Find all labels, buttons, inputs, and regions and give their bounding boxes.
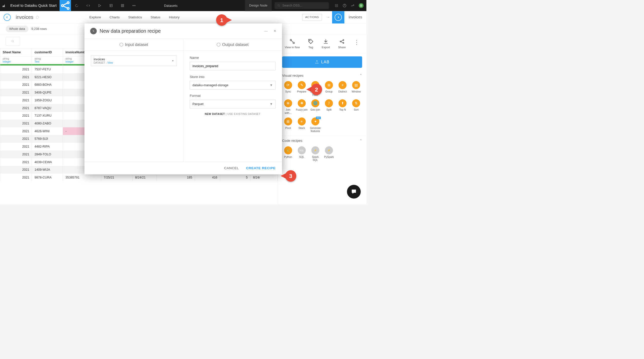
recipe-sort[interactable]: ⇅Sort bbox=[350, 99, 362, 115]
dataset-tabs: Explore Charts Statistics Status History bbox=[89, 11, 180, 23]
tab-explore[interactable]: Explore bbox=[89, 11, 101, 23]
input-dataset-header: Input dataset bbox=[125, 42, 148, 47]
recipe-group[interactable]: ⊞Group bbox=[323, 81, 335, 97]
column-type: stringInteger bbox=[0, 56, 32, 64]
tag-button[interactable]: Tag bbox=[308, 39, 314, 49]
recipe-split[interactable]: ⤴Split bbox=[323, 99, 335, 115]
input-dataset-select[interactable]: invoices DATASET - View ▼ bbox=[91, 56, 177, 66]
refresh-icon[interactable] bbox=[35, 15, 39, 19]
topbar: Excel to Dataiku Quick Start Datasets De… bbox=[0, 0, 367, 11]
arrow-right-icon[interactable]: → bbox=[326, 15, 330, 20]
new-recipe-modal: ✎ New data preparation recipe — ✕ Input … bbox=[85, 23, 282, 174]
cancel-button[interactable]: CANCEL bbox=[224, 166, 239, 170]
recipe-python[interactable]: 🐍Python bbox=[282, 146, 294, 162]
whole-data-chip[interactable]: Whole data bbox=[6, 26, 29, 32]
topbar-center-label: Datasets bbox=[97, 4, 245, 8]
recipe-top-n[interactable]: ⬆Top N bbox=[337, 99, 348, 115]
svg-point-19 bbox=[335, 6, 336, 7]
tab-statistics[interactable]: Statistics bbox=[128, 11, 142, 23]
svg-point-26 bbox=[309, 40, 310, 41]
column-header[interactable]: Sheet Name bbox=[0, 49, 32, 56]
svg-point-0 bbox=[61, 5, 63, 7]
svg-point-15 bbox=[337, 4, 338, 5]
tab-status[interactable]: Status bbox=[151, 11, 160, 23]
recipe-spark-sql[interactable]: ⚡Spark SQL bbox=[309, 146, 321, 162]
recipe-fuzzy-join[interactable]: ❋Fuzzy join bbox=[296, 99, 308, 115]
store-label: Store into bbox=[190, 75, 275, 79]
dataiku-logo[interactable] bbox=[0, 4, 8, 8]
share-button[interactable]: Share bbox=[338, 39, 346, 49]
recipe-geo-join[interactable]: 🌐Geo join bbox=[309, 99, 321, 115]
code-recipes-header[interactable]: Code recipes⌃ bbox=[282, 139, 362, 143]
flask-icon bbox=[315, 60, 319, 64]
visual-recipes-header[interactable]: Visual recipes⌃ bbox=[282, 73, 362, 77]
store-into-select[interactable]: dataiku-managed-storage▼ bbox=[190, 81, 275, 89]
recipe-window[interactable]: ▤Window bbox=[350, 81, 362, 97]
name-label: Name bbox=[190, 56, 275, 60]
input-circle-icon bbox=[119, 43, 123, 47]
flow-back-icon[interactable] bbox=[0, 14, 14, 21]
svg-point-16 bbox=[335, 5, 336, 6]
search-input[interactable] bbox=[282, 4, 326, 8]
row-count: 9,238 rows bbox=[31, 27, 47, 31]
global-search[interactable] bbox=[274, 2, 329, 9]
svg-point-27 bbox=[340, 41, 341, 42]
avatar[interactable]: D bbox=[359, 3, 364, 8]
table-row[interactable]: 2021 9878-CURA 35385791 7/25/21 8/24/21 … bbox=[0, 174, 277, 182]
more-actions-icon[interactable]: ⋮ bbox=[354, 39, 359, 49]
input-dataset-value: invoices bbox=[94, 58, 113, 61]
code-icon[interactable] bbox=[83, 4, 94, 8]
recipe-generate-features[interactable]: ✦NewGenerate features bbox=[309, 117, 321, 133]
recipe-prepare[interactable]: ✎Prepare bbox=[296, 81, 308, 97]
actions-button[interactable]: ACTIONS bbox=[302, 14, 322, 21]
svg-point-20 bbox=[336, 6, 337, 7]
recipe-sync[interactable]: ⟳Sync bbox=[282, 81, 294, 97]
create-recipe-button[interactable]: CREATE RECIPE bbox=[246, 166, 275, 170]
recipe-pyspark[interactable]: ⚡PySpark bbox=[323, 146, 335, 162]
apps-icon[interactable] bbox=[335, 4, 338, 8]
recipe-join-with-[interactable]: ⊕Join with... bbox=[282, 99, 294, 115]
rotate-icon[interactable] bbox=[71, 4, 83, 8]
trend-icon[interactable] bbox=[351, 4, 354, 8]
search-icon bbox=[277, 4, 280, 7]
recipe-stack[interactable]: ≡Stack bbox=[296, 117, 308, 133]
share-label: Share bbox=[338, 46, 346, 49]
project-name[interactable]: Excel to Dataiku Quick Start bbox=[8, 3, 60, 8]
dataset-name: invoices bbox=[14, 14, 33, 20]
design-node-label[interactable]: Design Node bbox=[245, 0, 272, 11]
tab-charts[interactable]: Charts bbox=[109, 11, 119, 23]
view-in-flow-label: View in flow bbox=[285, 46, 300, 49]
svg-point-29 bbox=[343, 42, 344, 43]
lab-button[interactable]: LAB bbox=[282, 56, 362, 68]
svg-point-2 bbox=[67, 8, 69, 10]
svg-point-23 bbox=[12, 40, 14, 42]
svg-point-3 bbox=[75, 4, 78, 7]
caret-down-icon: ▼ bbox=[172, 60, 174, 62]
column-search[interactable] bbox=[6, 37, 20, 46]
modal-title: New data preparation recipe bbox=[100, 28, 259, 34]
view-dataset-link[interactable]: View bbox=[107, 61, 113, 64]
minimize-icon[interactable]: — bbox=[264, 29, 268, 33]
close-icon[interactable]: ✕ bbox=[273, 29, 276, 33]
svg-point-12 bbox=[278, 5, 279, 6]
svg-point-1 bbox=[67, 2, 69, 4]
topbar-right-icons: D bbox=[332, 3, 367, 8]
chat-fab[interactable] bbox=[347, 185, 361, 199]
share-button[interactable] bbox=[60, 0, 71, 11]
next-dataset-name: invoices bbox=[344, 15, 367, 20]
dataset-mode-toggle[interactable]: NEW DATASET | USE EXISTING DATASET bbox=[190, 113, 275, 116]
format-label: Format bbox=[190, 94, 275, 98]
callout-1: 1 bbox=[216, 13, 232, 27]
recipe-distinct[interactable]: ≠Distinct bbox=[337, 81, 348, 97]
recipe-sql[interactable]: SQLSQL bbox=[296, 146, 308, 162]
help-icon[interactable] bbox=[343, 4, 346, 8]
column-header[interactable]: customerID bbox=[32, 49, 63, 56]
lab-label: LAB bbox=[321, 60, 330, 64]
format-select[interactable]: Parquet▼ bbox=[190, 100, 275, 108]
flow-next-icon[interactable] bbox=[332, 11, 344, 23]
export-button[interactable]: Export bbox=[322, 39, 330, 49]
tab-history[interactable]: History bbox=[169, 11, 179, 23]
output-name-input[interactable] bbox=[190, 62, 275, 70]
recipe-pivot[interactable]: ⊞Pivot bbox=[282, 117, 294, 133]
view-in-flow-button[interactable]: View in flow bbox=[285, 39, 300, 49]
